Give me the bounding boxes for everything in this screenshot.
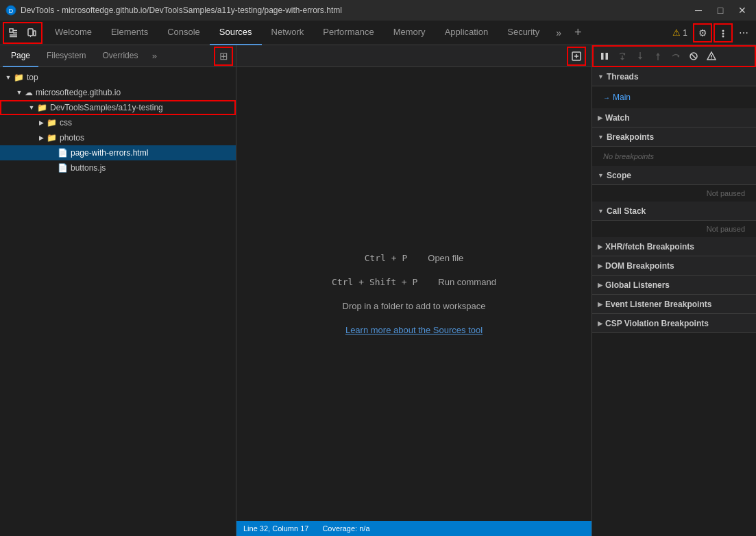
customize-button[interactable] [714, 23, 733, 42]
shortcut-keys-2: Ctrl + Shift + P [332, 277, 417, 287]
tree-item-photos[interactable]: ▶ 📁 photos [0, 130, 236, 145]
maximize-button[interactable]: □ [712, 2, 729, 19]
tab-application[interactable]: Application [435, 21, 498, 45]
app-icon: D [5, 5, 16, 16]
threads-label: Threads [607, 72, 639, 82]
watch-arrow: ▶ [598, 114, 602, 121]
thread-main[interactable]: → Main [592, 89, 756, 106]
sub-tab-filesystem[interactable]: Filesystem [38, 45, 94, 67]
scope-header[interactable]: ▼ Scope [592, 166, 756, 185]
scope-label: Scope [607, 171, 631, 180]
step-out-button[interactable] [650, 48, 666, 64]
tree-arrow-devtools: ▼ [26, 104, 37, 111]
tab-elements[interactable]: Elements [101, 21, 158, 45]
xhr-breakpoints-header[interactable]: ▶ XHR/fetch Breakpoints [592, 237, 756, 256]
watch-header[interactable]: ▶ Watch [592, 108, 756, 127]
xhr-arrow: ▶ [598, 243, 602, 250]
toolbar-icon-group [3, 22, 42, 44]
settings-button[interactable]: ⚙ [693, 23, 712, 42]
tab-sources[interactable]: Sources [210, 21, 262, 45]
svg-rect-8 [34, 31, 36, 36]
threads-arrow: ▼ [598, 73, 604, 80]
csp-arrow: ▶ [598, 320, 602, 327]
window-controls: ─ □ ✕ [690, 2, 751, 19]
folder-icon-photos: 📁 [47, 133, 57, 143]
status-coverage: Coverage: n/a [322, 524, 369, 533]
editor-toolbar [236, 45, 592, 67]
tree-item-domain[interactable]: ▼ ☁ microsoftedge.github.io [0, 85, 236, 100]
global-listeners-header[interactable]: ▶ Global Listeners [592, 276, 756, 295]
add-tab-button[interactable]: + [568, 23, 587, 42]
tab-welcome[interactable]: Welcome [45, 21, 101, 45]
tab-security[interactable]: Security [498, 21, 549, 45]
thread-main-label: Main [613, 93, 631, 102]
inspect-element-button[interactable] [5, 24, 23, 42]
left-panel: Page Filesystem Overrides » ⊞ ▼ 📁 top [0, 45, 236, 536]
cloud-icon: ☁ [25, 88, 33, 97]
tab-memory[interactable]: Memory [384, 21, 435, 45]
close-button[interactable]: ✕ [734, 2, 751, 19]
no-breakpoints-text: No breakpoints [592, 149, 756, 163]
step-into-button[interactable] [632, 48, 648, 64]
tree-item-css[interactable]: ▶ 📁 css [0, 115, 236, 130]
svg-marker-22 [638, 57, 642, 60]
right-panel: ▼ Threads → Main ▶ Watch ▼ Breakpoints N… [592, 45, 756, 536]
folder-icon-devtools: 📁 [37, 103, 47, 112]
tab-performance[interactable]: Performance [313, 21, 383, 45]
tree-item-buttons-js[interactable]: ▶ 📄 buttons.js [0, 160, 236, 175]
folder-icon-top: 📁 [14, 73, 24, 82]
breakpoints-header[interactable]: ▼ Breakpoints [592, 127, 756, 147]
more-tabs-button[interactable]: » [549, 23, 568, 42]
sub-tab-actions: ⊞ [214, 47, 233, 66]
breakpoints-label: Breakpoints [607, 132, 654, 142]
call-stack-not-paused: Not paused [592, 221, 756, 237]
tab-network[interactable]: Network [262, 21, 314, 45]
watch-label: Watch [605, 113, 630, 123]
sub-tab-page[interactable]: Page [3, 45, 38, 67]
pause-resume-button[interactable] [596, 48, 613, 64]
alert-icon: ⚠ [672, 27, 681, 38]
more-sub-tabs-button[interactable]: » [146, 48, 162, 64]
alert-badge-button[interactable]: ⚠ 1 [668, 27, 692, 38]
tab-console[interactable]: Console [158, 21, 210, 45]
step-over-button[interactable] [614, 48, 631, 64]
more-options-button[interactable]: ⋯ [734, 23, 753, 42]
call-stack-arrow: ▼ [598, 208, 604, 215]
debugger-toolbar [592, 45, 756, 67]
tree-item-top[interactable]: ▼ 📁 top [0, 70, 236, 85]
shortcut-keys-1: Ctrl + P [365, 253, 408, 263]
svg-point-12 [722, 35, 724, 37]
svg-marker-20 [620, 58, 624, 60]
event-listener-breakpoints-label: Event Listener Breakpoints [605, 300, 711, 309]
dom-breakpoints-header[interactable]: ▶ DOM Breakpoints [592, 256, 756, 276]
file-tree: ▼ 📁 top ▼ ☁ microsoftedge.github.io ▼ 📁 … [0, 67, 236, 536]
step-button[interactable] [668, 48, 684, 64]
minimize-button[interactable]: ─ [690, 2, 707, 19]
window-title: DevTools - microsoftedge.github.io/DevTo… [21, 5, 690, 15]
csp-violation-breakpoints-header[interactable]: ▶ CSP Violation Breakpoints [592, 314, 756, 333]
tree-arrow-top: ▼ [3, 74, 14, 81]
svg-point-30 [711, 58, 712, 59]
event-listener-breakpoints-header[interactable]: ▶ Event Listener Breakpoints [592, 295, 756, 314]
file-icon-js: 📄 [58, 163, 68, 173]
tree-item-devtoolssamples[interactable]: ▼ 📁 DevToolsSamples/a11y-testing [0, 100, 236, 115]
shortcut-label-2: Run command [438, 277, 496, 287]
shortcut-row-1: Ctrl + P Open file [365, 253, 464, 263]
title-bar: D DevTools - microsoftedge.github.io/Dev… [0, 0, 756, 21]
tree-item-page-errors[interactable]: ▶ 📄 page-with-errors.html [0, 145, 236, 160]
threads-header[interactable]: ▼ Threads [592, 67, 756, 86]
device-emulation-button[interactable] [23, 24, 40, 42]
deactivate-breakpoints-button[interactable] [685, 48, 702, 64]
focus-debugger-button[interactable] [567, 47, 586, 66]
breakpoints-arrow: ▼ [598, 134, 604, 141]
break-on-exception-button[interactable] [703, 48, 720, 64]
sub-tab-overrides[interactable]: Overrides [94, 45, 146, 67]
content-area: Page Filesystem Overrides » ⊞ ▼ 📁 top [0, 45, 756, 536]
global-arrow: ▶ [598, 282, 602, 289]
new-tab-action-button[interactable]: ⊞ [214, 47, 233, 66]
editor-body: Ctrl + P Open file Ctrl + Shift + P Run … [236, 67, 592, 521]
dom-breakpoints-label: DOM Breakpoints [605, 261, 674, 271]
learn-more-link[interactable]: Learn more about the Sources tool [345, 325, 483, 335]
call-stack-header[interactable]: ▼ Call Stack [592, 202, 756, 221]
svg-point-11 [722, 32, 724, 34]
